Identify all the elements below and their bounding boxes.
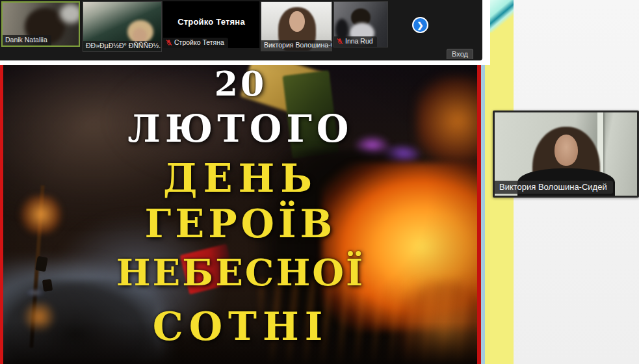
participant-name: Inna Rud xyxy=(345,37,373,46)
participant-tile-2[interactable]: ÐÐ»ÐµÐ½Ð° ÐÑÑÑÐ½... xyxy=(83,1,162,52)
participant-name: ÐÐ»ÐµÐ½Ð° ÐÑÑÑÐ½... xyxy=(86,42,161,50)
participant-tile-inna-rud[interactable]: Inna Rud xyxy=(333,1,388,47)
slide-title-line-den: ДЕНЬ xyxy=(0,156,481,201)
window-light xyxy=(60,4,80,23)
slide-red-border-right xyxy=(477,65,481,364)
participant-name-label: Виктория Волошина-Си... xyxy=(261,40,332,51)
shared-screen-slide: 20 ЛЮТОГО ДЕНЬ ГЕРОЇВ НЕБЕСНОЇ СОТНІ xyxy=(0,65,481,364)
slide-title-line-month: ЛЮТОГО xyxy=(0,107,481,150)
slide-title-line-sotni: СОТНІ xyxy=(0,304,481,349)
entry-button[interactable]: Вход xyxy=(447,49,473,59)
participant-name: Danik Nataliia xyxy=(5,36,47,44)
chevron-right-icon: ❯ xyxy=(417,21,423,30)
meeting-window-frame: Danik Nataliia ÐÐ»ÐµÐ½Ð° ÐÑÑÑÐ½... Строй… xyxy=(0,0,490,65)
participant-name-label: ÐÐ»ÐµÐ½Ð° ÐÑÑÑÐ½... xyxy=(83,41,161,51)
pip-video-viktoriya[interactable]: Виктория Волошина-Сидей xyxy=(493,110,639,198)
participant-name: Виктория Волошина-Си... xyxy=(264,41,332,49)
participant-name-label: Inna Rud xyxy=(334,36,377,47)
slide-title-line-nebesnoi: НЕБЕСНОЇ xyxy=(0,251,481,294)
pip-name-label: Виктория Волошина-Сидей xyxy=(495,181,613,194)
slide-title-line-geroiv: ГЕРОЇВ xyxy=(0,202,481,246)
participant-name: Стройко Тетяна xyxy=(174,38,224,47)
participant-tile-viktoriya[interactable]: Виктория Волошина-Си... xyxy=(261,1,332,51)
participant-tile-danik-nataliia[interactable]: Danik Nataliia xyxy=(1,1,80,47)
muted-mic-icon xyxy=(337,38,343,45)
slide-red-border-left xyxy=(0,65,3,364)
participant-name-label: Danik Nataliia xyxy=(3,35,51,46)
participants-filmstrip: Danik Nataliia ÐÐ»ÐµÐ½Ð° ÐÑÑÑÐ½... Строй… xyxy=(0,0,482,60)
participant-name-label: Стройко Тетяна xyxy=(163,38,228,48)
participant-tile-stroiko-tetiana[interactable]: Стройко Тетяна Стройко Тетяна xyxy=(163,1,259,48)
next-participants-button[interactable]: ❯ xyxy=(412,17,428,33)
participant-face xyxy=(289,11,305,32)
slide-template-blue-strip xyxy=(481,65,485,364)
pip-person-face xyxy=(554,135,578,166)
slide-title-line-date: 20 xyxy=(0,65,481,103)
muted-mic-icon xyxy=(166,39,172,46)
